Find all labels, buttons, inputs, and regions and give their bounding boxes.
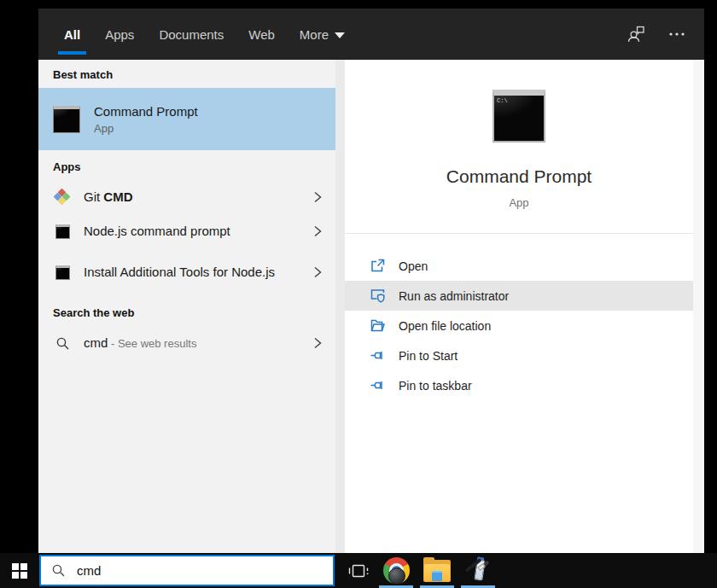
action-list: Open Run as administrator [345,251,693,400]
result-title: cmd - See web results [84,335,196,352]
tab-web-label: Web [248,27,275,42]
result-command-prompt[interactable]: Command Prompt App [38,88,335,150]
file-explorer-button[interactable] [417,553,458,588]
preview-subtitle: App [509,196,528,209]
task-view-button[interactable] [341,553,376,588]
ellipsis-icon[interactable] [668,32,685,37]
action-run-as-administrator[interactable]: Run as administrator [345,281,693,311]
taskbar: cmd [0,553,717,588]
git-icon [55,189,70,205]
tab-web[interactable]: Web [248,9,275,60]
result-subtitle: App [94,122,198,135]
folder-icon [369,317,386,334]
command-prompt-icon [55,265,70,280]
chevron-right-icon[interactable] [312,265,324,279]
scrollbar-track[interactable] [693,60,704,553]
result-title: Git CMD [84,189,133,206]
result-title: Install Additional Tools for Node.js [84,264,287,281]
result-nodejs-command-prompt[interactable]: Node.js command prompt [38,214,335,248]
command-prompt-icon: C:\ [493,90,545,143]
windows-logo-icon [12,563,27,579]
search-window: All Apps Documents Web More [38,9,704,553]
best-match-section-label: Best match [38,60,335,88]
results-pane: Best match Command Prompt App Apps Git C… [38,60,335,553]
admin-shield-icon [369,288,386,304]
preview-pane: C:\ Command Prompt App Op [345,60,693,553]
pin-icon [369,377,386,393]
search-icon [55,336,70,351]
pane-divider [335,60,345,553]
search-icon [51,563,66,578]
chevron-right-icon[interactable] [312,336,324,350]
search-header: All Apps Documents Web More [38,9,704,60]
tab-more[interactable]: More [300,9,345,60]
preview-title: Command Prompt [446,166,592,187]
divider [345,233,693,234]
tab-documents-label: Documents [159,27,224,42]
chrome-icon [383,557,410,584]
chevron-right-icon[interactable] [312,190,324,204]
file-explorer-icon [423,560,451,582]
result-git-cmd[interactable]: Git CMD [38,180,335,214]
action-open-file-location[interactable]: Open file location [345,311,693,341]
open-icon [369,258,386,274]
tab-all-label: All [64,27,80,42]
task-view-icon [348,562,369,579]
paint-button[interactable] [458,553,498,588]
web-section-label: Search the web [38,296,335,326]
search-query-text: cmd [77,563,101,578]
result-title: Command Prompt [94,104,198,119]
desktop: { "colors": { "accent": "#0078d7", "sele… [0,0,717,588]
result-web-search[interactable]: cmd - See web results [38,326,335,360]
pin-icon [369,347,386,364]
result-install-additional-tools[interactable]: Install Additional Tools for Node.js [38,248,335,296]
action-open[interactable]: Open [345,251,693,281]
apps-section-label: Apps [38,150,335,180]
command-prompt-icon [55,224,70,239]
taskbar-search-input[interactable]: cmd [39,555,335,586]
command-prompt-icon [53,106,80,133]
paint-icon [464,557,492,585]
tab-more-label: More [300,27,329,42]
tab-apps[interactable]: Apps [105,9,134,60]
chevron-right-icon[interactable] [312,224,324,238]
result-title: Node.js command prompt [84,223,230,240]
user-feedback-icon[interactable] [626,24,646,44]
tab-apps-label: Apps [105,27,134,42]
chevron-down-icon [335,32,345,38]
header-actions [626,24,685,44]
action-pin-to-taskbar[interactable]: Pin to taskbar [345,370,693,400]
profile-badge [388,568,405,585]
search-results-body: Best match Command Prompt App Apps Git C… [38,60,704,553]
chrome-button[interactable] [376,553,417,588]
tab-all[interactable]: All [64,9,80,60]
start-button[interactable] [0,553,39,588]
action-pin-to-start[interactable]: Pin to Start [345,341,693,370]
tab-documents[interactable]: Documents [159,9,224,60]
search-filter-tabs: All Apps Documents Web More [64,9,345,60]
